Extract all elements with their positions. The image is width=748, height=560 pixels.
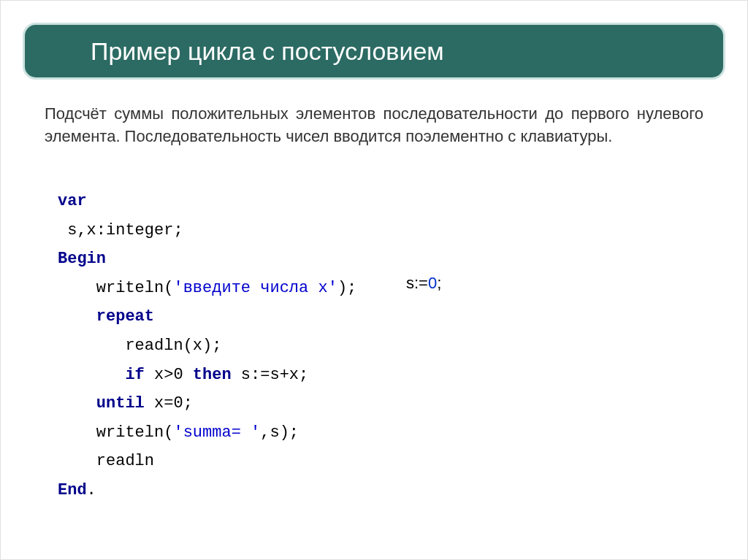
code-line-7c: s:=s+x; xyxy=(232,366,309,384)
code-line-7b: x>0 xyxy=(145,366,193,384)
indent-8 xyxy=(58,394,96,413)
kw-until: until xyxy=(96,394,145,413)
kw-var: var xyxy=(58,192,87,210)
indent-5 xyxy=(58,307,96,326)
code-line-9b: ,s); xyxy=(260,423,299,442)
code-line-4b: ); xyxy=(337,279,356,297)
code-line-11b: . xyxy=(87,481,96,499)
string-1: 'введите числа x' xyxy=(173,279,337,297)
slide: Пример цикла с постусловием Подсчёт сумм… xyxy=(0,0,748,560)
indent-7 xyxy=(58,366,125,384)
annotation-init: s:=0; xyxy=(406,274,441,293)
slide-title: Пример цикла с постусловием xyxy=(91,37,444,66)
title-bar: Пример цикла с постусловием xyxy=(23,23,725,80)
kw-begin: Begin xyxy=(58,250,106,268)
problem-statement: Подсчёт суммы положительных элементов по… xyxy=(45,103,703,148)
code-line-2: s,x:integer; xyxy=(58,221,183,239)
kw-then: then xyxy=(193,366,232,384)
kw-repeat: repeat xyxy=(96,307,154,326)
code-line-9a: writeln( xyxy=(58,423,173,442)
ann-zero: 0 xyxy=(428,274,437,292)
code-example: var s,x:integer; Begin writeln('введите … xyxy=(58,187,356,505)
ann-a: s:= xyxy=(406,274,428,292)
code-line-8b: x=0; xyxy=(145,394,193,413)
string-2: 'summa= ' xyxy=(173,423,260,442)
code-line-6: readln(x); xyxy=(58,337,221,355)
kw-if: if xyxy=(125,366,144,384)
code-line-10: readln xyxy=(58,452,154,470)
kw-end: End xyxy=(58,481,87,499)
ann-b: ; xyxy=(437,274,441,292)
code-line-4a: writeln( xyxy=(58,279,173,297)
